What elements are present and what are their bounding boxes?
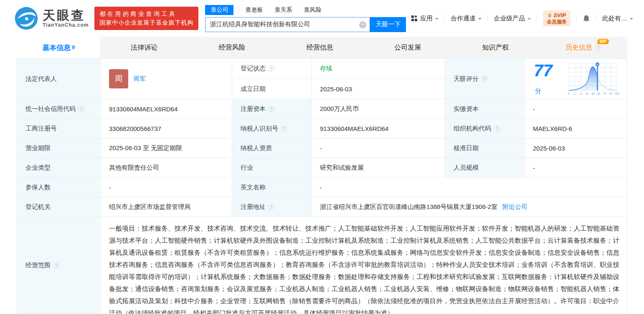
help-icon[interactable]: ?: [494, 126, 500, 132]
chevron-down-icon: [435, 18, 439, 20]
nav-partner-label: 合作通道: [451, 15, 476, 23]
svip-sublabel: 会员服务: [547, 19, 567, 25]
taxpayer-quality-value: -: [312, 138, 445, 158]
help-icon[interactable]: ?: [78, 106, 84, 112]
help-icon[interactable]: ?: [595, 45, 601, 51]
business-scope-value: 一般项目：技术服务、技术开发、技术咨询、技术交流、技术转让、技术推广；人工智能基…: [101, 217, 627, 314]
reg-number-label: 工商注册号: [17, 119, 101, 138]
nav-apps-label: 应用: [420, 15, 433, 23]
company-info-table: 法定代表人 周 周军 登记状态? 存续 成立日期 2025-06-03 天眼评分…: [17, 58, 627, 314]
nearby-companies-link[interactable]: 附近公司: [502, 203, 527, 211]
apps-grid-icon: [411, 15, 417, 21]
slogan-line-2: 国家中小企业发展子基金旗下机构: [99, 18, 193, 27]
reg-status-label: 登记状态?: [232, 59, 312, 79]
search-button[interactable]: 天眼一下: [370, 17, 406, 32]
reg-address-value: 浙江省绍兴市上虞区百官街道峰山南路1388号锦晨大厦1906-2室 附近公司: [312, 197, 627, 217]
nav-enterprise-products[interactable]: 企业级产品: [494, 15, 531, 23]
tab-basic-info-count: 9: [72, 45, 75, 50]
brand-domain: TianYanCha.com: [43, 22, 89, 28]
taxpayer-id-label: 纳税人识别号?: [232, 119, 312, 138]
chevron-down-icon: [630, 18, 633, 20]
credit-code-label: 统一社会信用代码?: [17, 99, 101, 119]
svg-text:85: 85: [597, 92, 601, 95]
chevron-down-icon: [478, 18, 482, 20]
legal-rep-name-link[interactable]: 周军: [133, 75, 146, 83]
reg-status-value: 存续: [312, 59, 445, 79]
insured-count-value: -: [101, 178, 232, 197]
svip-member-badge[interactable]: ♛ SVIP 会员服务: [543, 10, 570, 26]
reg-authority-value: 绍兴市上虞区市场监督管理局: [101, 197, 232, 217]
notification-bell-icon[interactable]: [583, 15, 590, 23]
reg-address-label: 注册地址?: [232, 197, 312, 217]
insured-count-label: 参保人数: [17, 178, 101, 197]
clear-search-icon[interactable]: ×: [359, 21, 366, 28]
score-number: 77分: [534, 62, 560, 95]
search-tab-risk[interactable]: 查风险: [304, 6, 321, 14]
search-tab-company[interactable]: 查公司: [205, 5, 233, 15]
score-value: 77分: [525, 59, 627, 99]
reg-authority-label: 登记机关: [17, 197, 101, 217]
tab-company-development[interactable]: 公司发展: [364, 37, 451, 58]
tab-legal-proceedings[interactable]: 法律诉讼: [100, 37, 188, 58]
org-code-value: MAELX6RD-6: [525, 119, 627, 138]
svg-text:0: 0: [568, 92, 570, 95]
svg-text:99: 99: [609, 92, 613, 95]
business-scope-label: 经营范围?: [17, 217, 101, 314]
nav-user-label: 此处有…: [602, 15, 627, 23]
tianyancha-logo-icon: [14, 6, 38, 30]
slogan-line-1: 都在用的商业查询工具: [99, 10, 193, 18]
help-icon[interactable]: ?: [53, 262, 59, 269]
brand-slogan: 都在用的商业查询工具 国家中小企业发展子基金旗下机构: [94, 7, 198, 30]
help-icon[interactable]: ?: [481, 76, 487, 82]
svg-text:97: 97: [603, 92, 607, 95]
tab-operating-risk[interactable]: 经营风险: [188, 37, 276, 58]
vip-ribbon-badge: VIP: [597, 39, 609, 44]
approval-date-label: 核准日期: [445, 138, 525, 158]
tab-intellectual-property[interactable]: 知识产权: [451, 37, 539, 58]
top-nav: 应用 合作通道 企业级产品 ♛ SVIP 会员服务 此处有…: [411, 10, 644, 26]
svg-text:100: 100: [615, 92, 619, 95]
search-tab-boss[interactable]: 查老板: [245, 6, 263, 14]
search-area: 查公司 查老板 查关系 查风险 × 天眼一下: [205, 5, 406, 32]
business-term-label: 营业期限: [17, 138, 101, 158]
svg-text:3: 3: [580, 92, 582, 95]
legal-rep-avatar[interactable]: 周: [109, 69, 128, 88]
tab-basic-info[interactable]: 基本信息9: [17, 37, 100, 58]
company-type-value: 其他有限责任公司: [101, 158, 232, 178]
tab-business-info[interactable]: 经营信息: [276, 37, 364, 58]
legal-rep-value: 周 周军: [101, 59, 232, 99]
english-name-value: -: [312, 178, 627, 197]
reg-capital-label: 注册资本?: [232, 99, 312, 119]
tab-basic-info-label: 基本信息: [42, 43, 71, 53]
staff-size-label: 人员规模: [445, 158, 525, 178]
site-header: 天眼查 TianYanCha.com 都在用的商业查询工具 国家中小企业发展子基…: [0, 0, 644, 37]
english-name-label: 英文名称: [232, 178, 312, 197]
approval-date-value: 2025-06-03: [525, 138, 627, 158]
crown-icon: ♛: [548, 13, 552, 18]
paid-capital-label: 实缴资本: [445, 99, 525, 119]
brand-name: 天眼查: [43, 9, 89, 22]
business-term-value: 2025-06-03 至 无固定期限: [101, 138, 232, 158]
nav-apps[interactable]: 应用: [411, 15, 439, 23]
search-tab-relation[interactable]: 查关系: [274, 6, 292, 14]
company-type-label: 企业类型: [17, 158, 101, 178]
help-icon[interactable]: ?: [268, 204, 274, 210]
nav-partner-channel[interactable]: 合作通道: [451, 15, 482, 23]
nav-user-menu[interactable]: 此处有…: [602, 15, 633, 23]
tab-history-info[interactable]: VIP 历史信息 ?: [540, 37, 627, 58]
legal-rep-label: 法定代表人: [17, 59, 101, 99]
taxpayer-quality-label: 纳税人资质: [232, 138, 312, 158]
help-icon[interactable]: ?: [281, 126, 287, 132]
reg-capital-value: 2000万人民币: [312, 99, 445, 119]
svg-text:50: 50: [591, 92, 595, 95]
nav-enterprise-label: 企业级产品: [494, 15, 525, 23]
help-icon[interactable]: ?: [268, 65, 274, 72]
svg-text:1: 1: [574, 92, 576, 95]
status-badge: 存续: [320, 65, 332, 73]
paid-capital-value: -: [525, 99, 627, 119]
help-icon[interactable]: ?: [268, 106, 274, 112]
reg-number-value: 330682000566737: [101, 119, 232, 138]
search-input[interactable]: [205, 17, 370, 32]
org-code-label: 组织机构代码?: [445, 119, 525, 138]
brand-logo[interactable]: 天眼查 TianYanCha.com: [14, 6, 89, 30]
